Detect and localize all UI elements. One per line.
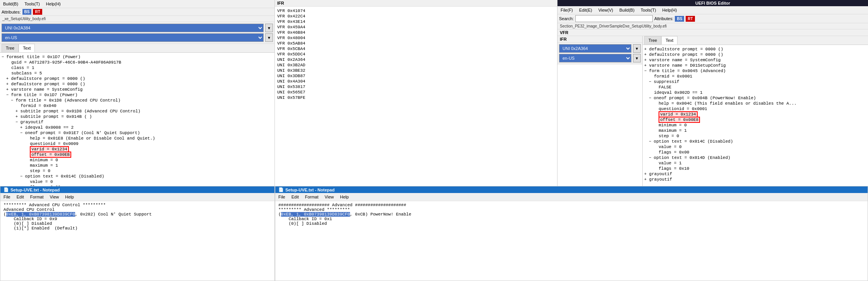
tree-line: − option text = 0x014C (Disabled) [644, 139, 866, 144]
right-menu-build[interactable]: Build(B) [618, 7, 636, 13]
notepad-left-content[interactable]: ********* Advanced CPU Control *********… [0, 201, 274, 281]
tree-line: formid = 0x040 [2, 103, 273, 109]
tree-line: step = 0 [644, 133, 866, 139]
notepad-menu-edit[interactable]: Edit [15, 194, 26, 200]
tree-line: maximum = 1 [644, 128, 866, 133]
notepad-right-icon: 📄 [278, 187, 284, 192]
tree-line: − suppressif [644, 79, 866, 84]
lang-dropdown-1[interactable]: en-US [2, 33, 264, 42]
notepad-menu-file[interactable]: File [2, 194, 12, 200]
ifr-item[interactable]: UNI 0x2A364 [276, 57, 556, 62]
right-dropdown-arrow-2[interactable]: ▼ [633, 54, 641, 62]
notepad-right-menu-edit[interactable]: Edit [290, 194, 300, 200]
ifr-item[interactable]: UNI 0x53817 [276, 84, 556, 90]
ifr-item[interactable]: VFR 0x5DDC4 [276, 52, 556, 57]
tree-line: + grayoutif [644, 171, 866, 177]
tree-line: help = 0x01E8 (Enable or Disable Cool an… [2, 136, 273, 141]
ifr-item[interactable]: VFR 0x422C4 [276, 14, 556, 19]
tree-line: − formset title = 0x1D7 (Power) [2, 54, 273, 60]
tree-line: formid = 0x0001 [644, 74, 866, 79]
right-dropdowns: UNI 0x2A364 ▼ en-US ▼ [558, 43, 642, 64]
ifr-item[interactable]: VFR 0x5AB84 [276, 41, 556, 46]
uni-dropdown-1[interactable]: UNI 0x2A384 [2, 24, 264, 32]
tree-line: − form title = 0x0045 (Advanced) [644, 68, 866, 74]
right-dropdown-arrow-1[interactable]: ▼ [633, 44, 641, 53]
notepad-right-menu-help[interactable]: Help [338, 194, 350, 200]
tree-line: + varstore name = SystemConfig [644, 57, 866, 63]
left-file-path: _xe_SetupUtility_body.efi [0, 16, 274, 22]
right-menu-view[interactable]: View(V) [597, 7, 614, 13]
ifr-item[interactable]: VFR 0x43E14 [276, 19, 556, 24]
ifr-item[interactable]: UNI 0x565E7 [276, 90, 556, 95]
notepad-menu-help[interactable]: Help [63, 194, 75, 200]
right-lang-dropdown[interactable]: en-US [559, 54, 631, 62]
menu-help[interactable]: Help(H) [45, 1, 62, 7]
tree-line: ideqval 0x002D == 1 [644, 90, 866, 95]
ifr-item[interactable]: UNI 0x57BFE [276, 95, 556, 100]
notepad-menu-format[interactable]: Format [29, 194, 45, 200]
tree-line: + defaultstore prompt = 0000 () [2, 81, 273, 87]
notepad-menu-view[interactable]: View [48, 194, 61, 200]
search-input[interactable] [575, 15, 653, 22]
notepad-right-menu-view[interactable]: View [323, 194, 336, 200]
right-menu-edit[interactable]: Edit(E) [578, 7, 594, 13]
notepad-left-icon: 📄 [3, 187, 9, 192]
tree-line: minimum = 0 [2, 157, 273, 163]
tree-line: class = 1 [2, 65, 273, 71]
tree-line-offset: offset = 0x00EB [2, 152, 273, 157]
right-menu-bar: File(F) Edit(E) View(V) Build(B) Tools(T… [558, 6, 868, 14]
menu-tools[interactable]: Tools(T) [23, 1, 41, 7]
tree-line: flags = 0x00 [644, 150, 866, 155]
notepad-right-menu-file[interactable]: File [277, 194, 287, 200]
search-label: Search: [559, 16, 574, 21]
ifr-item[interactable]: VFR 0x459A4 [276, 24, 556, 30]
tree-line: step = 0 [2, 168, 273, 174]
tab-tree-left[interactable]: Tree [2, 44, 19, 52]
tree-line: guid = A6712873-925F-46C6-90B4-A40F86A09… [2, 60, 273, 65]
ifr-item[interactable]: UNI 0x3B2AD [276, 62, 556, 68]
tree-line: questionid = 0x0009 [2, 141, 273, 147]
right-tabs: Tree Text [643, 36, 868, 45]
tree-line: subclass = 5 [2, 71, 273, 76]
right-menu-help[interactable]: Help(H) [661, 7, 679, 13]
tree-line: help = 0x004C (This field enables or dis… [644, 101, 866, 106]
right-file-path: Section_PE32_image_DriverSampleDxe_Setup… [558, 23, 868, 29]
ifr-item[interactable]: UNI 0x3BE32 [276, 68, 556, 73]
dropdown-arrow-2[interactable]: ▼ [265, 33, 273, 42]
dropdown-arrow-1[interactable]: ▼ [265, 24, 273, 32]
ifr-item[interactable]: UNI 0x3DB87 [276, 73, 556, 79]
right-tab-text[interactable]: Text [661, 36, 678, 45]
menu-build[interactable]: Build(B) [2, 1, 20, 7]
notepad-right-content[interactable]: #################### Advanced ##########… [275, 201, 868, 281]
tab-text-left[interactable]: Text [19, 44, 35, 52]
ifr-item[interactable]: VFR 0x5CBA4 [276, 46, 556, 52]
right-ifr-header: IFR [558, 36, 642, 43]
right-rt-button[interactable]: RT [686, 16, 695, 22]
bs-button[interactable]: BS [22, 9, 32, 15]
ifr-item[interactable]: VFR 0x41074 [276, 8, 556, 14]
right-menu-tools[interactable]: Tools(T) [639, 7, 658, 13]
rt-button[interactable]: RT [33, 9, 42, 15]
tree-line: − grayoutif [2, 119, 273, 125]
notepad-right-text: #################### Advanced ##########… [278, 203, 865, 226]
tree-line: flags = 0x10 [644, 166, 866, 171]
tree-line: + ideqval 0x0008 == 2 [2, 125, 273, 130]
right-menu-file[interactable]: File(F) [559, 7, 575, 13]
notepad-right-menu-format[interactable]: Format [304, 194, 320, 200]
notepad-left-text: ********* Advanced CPU Control *********… [3, 203, 271, 231]
right-uni-dropdown[interactable]: UNI 0x2A364 [559, 44, 631, 53]
notepad-left: 📄 Setup-UVE.txt - Notepad File Edit Form… [0, 186, 275, 281]
tree-line: + varstore name = SystemConfig [2, 87, 273, 92]
ifr-item[interactable]: VFR 0x46B84 [276, 30, 556, 35]
tree-line: minimum = 0 [644, 122, 866, 128]
tree-line: + defaultstore prompt = 0000 () [2, 76, 273, 81]
left-tabs: Tree Text [0, 44, 274, 53]
right-bs-button[interactable]: BS [675, 16, 684, 22]
right-tab-tree[interactable]: Tree [644, 36, 661, 45]
ifr-item[interactable]: VFR 0x48004 [276, 35, 556, 41]
right-tree-offset: offset = 0x00E8 [644, 117, 866, 122]
tree-line: − oneof prompt = 0x01E7 (Cool N' Quiet S… [2, 130, 273, 136]
tree-line: − form title = 0x1D8 (Advanced CPU Contr… [2, 98, 273, 103]
ifr-item[interactable]: UNI 0x4A304 [276, 79, 556, 84]
tree-line: − oneof prompt = 0x004B (PowerNow! Enabl… [644, 95, 866, 101]
